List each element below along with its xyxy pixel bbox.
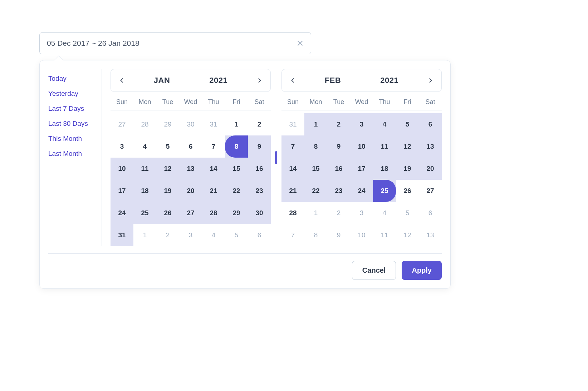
day-cell[interactable]: 6 xyxy=(419,113,442,135)
day-cell[interactable]: 8 xyxy=(304,224,327,246)
day-cell[interactable]: 25 xyxy=(133,202,156,224)
day-cell[interactable]: 21 xyxy=(202,180,225,202)
day-cell[interactable]: 3 xyxy=(111,135,133,158)
day-cell[interactable]: 5 xyxy=(225,224,248,246)
day-cell[interactable]: 9 xyxy=(327,224,350,246)
day-cell[interactable]: 8 xyxy=(304,135,327,158)
day-cell[interactable]: 4 xyxy=(373,113,396,135)
day-cell[interactable]: 26 xyxy=(156,202,179,224)
day-cell[interactable]: 10 xyxy=(350,135,373,158)
day-cell[interactable]: 1 xyxy=(304,202,327,224)
day-cell[interactable]: 2 xyxy=(156,224,179,246)
day-cell[interactable]: 31 xyxy=(111,224,133,246)
calendar-right-year[interactable]: 2021 xyxy=(380,76,398,85)
day-cell[interactable]: 7 xyxy=(281,224,304,246)
day-cell[interactable]: 2 xyxy=(327,202,350,224)
day-cell[interactable]: 26 xyxy=(396,180,419,202)
date-range-input[interactable]: 05 Dec 2017 ~ 26 Jan 2018 xyxy=(39,32,311,54)
day-cell[interactable]: 12 xyxy=(156,158,179,180)
day-cell[interactable]: 6 xyxy=(179,135,202,158)
day-cell[interactable]: 16 xyxy=(248,158,271,180)
day-cell[interactable]: 5 xyxy=(396,202,419,224)
calendar-divider-handle[interactable] xyxy=(275,151,277,164)
day-cell[interactable]: 22 xyxy=(225,180,248,202)
next-month-icon[interactable] xyxy=(255,76,264,85)
day-cell[interactable]: 30 xyxy=(179,113,202,135)
day-cell[interactable]: 27 xyxy=(179,202,202,224)
calendar-right-month[interactable]: FEB xyxy=(325,76,341,85)
prev-month-icon[interactable] xyxy=(117,76,126,85)
day-cell[interactable]: 2 xyxy=(327,113,350,135)
preset-this-month[interactable]: This Month xyxy=(48,131,97,146)
day-cell[interactable]: 3 xyxy=(350,113,373,135)
day-cell[interactable]: 3 xyxy=(179,224,202,246)
preset-today[interactable]: Today xyxy=(48,71,97,86)
day-cell[interactable]: 31 xyxy=(281,113,304,135)
apply-button[interactable]: Apply xyxy=(402,261,442,280)
preset-last-7-days[interactable]: Last 7 Days xyxy=(48,101,97,116)
day-cell[interactable]: 20 xyxy=(419,158,442,180)
day-cell[interactable]: 10 xyxy=(111,158,133,180)
day-cell[interactable]: 4 xyxy=(133,135,156,158)
prev-month-icon[interactable] xyxy=(288,76,297,85)
day-cell[interactable]: 9 xyxy=(327,135,350,158)
day-cell[interactable]: 22 xyxy=(304,180,327,202)
day-cell[interactable]: 10 xyxy=(350,224,373,246)
day-cell[interactable]: 27 xyxy=(111,113,133,135)
calendar-left-year[interactable]: 2021 xyxy=(209,76,227,85)
day-cell[interactable]: 17 xyxy=(350,158,373,180)
day-cell[interactable]: 18 xyxy=(133,180,156,202)
cancel-button[interactable]: Cancel xyxy=(352,261,396,280)
day-cell[interactable]: 13 xyxy=(179,158,202,180)
day-cell[interactable]: 28 xyxy=(281,202,304,224)
day-cell[interactable]: 28 xyxy=(133,113,156,135)
day-cell[interactable]: 23 xyxy=(327,180,350,202)
day-cell[interactable]: 1 xyxy=(133,224,156,246)
day-cell[interactable]: 24 xyxy=(111,202,133,224)
day-cell[interactable]: 16 xyxy=(327,158,350,180)
day-cell[interactable]: 2 xyxy=(248,113,271,135)
day-cell[interactable]: 23 xyxy=(248,180,271,202)
day-cell[interactable]: 15 xyxy=(304,158,327,180)
day-cell[interactable]: 24 xyxy=(350,180,373,202)
day-cell[interactable]: 7 xyxy=(281,135,304,158)
next-month-icon[interactable] xyxy=(426,76,435,85)
day-cell[interactable]: 5 xyxy=(156,135,179,158)
day-cell[interactable]: 17 xyxy=(111,180,133,202)
day-cell[interactable]: 27 xyxy=(419,180,442,202)
day-cell[interactable]: 20 xyxy=(179,180,202,202)
day-cell[interactable]: 13 xyxy=(419,135,442,158)
preset-last-30-days[interactable]: Last 30 Days xyxy=(48,116,97,131)
day-cell[interactable]: 9 xyxy=(248,135,271,158)
day-cell[interactable]: 29 xyxy=(225,202,248,224)
day-cell[interactable]: 25 xyxy=(373,180,396,202)
day-cell[interactable]: 12 xyxy=(396,135,419,158)
day-cell[interactable]: 12 xyxy=(396,224,419,246)
day-cell[interactable]: 11 xyxy=(373,135,396,158)
day-cell[interactable]: 31 xyxy=(202,113,225,135)
day-cell[interactable]: 6 xyxy=(419,202,442,224)
day-cell[interactable]: 4 xyxy=(373,202,396,224)
day-cell[interactable]: 19 xyxy=(396,158,419,180)
day-cell[interactable]: 1 xyxy=(225,113,248,135)
day-cell[interactable]: 11 xyxy=(373,224,396,246)
day-cell[interactable]: 28 xyxy=(202,202,225,224)
day-cell[interactable]: 13 xyxy=(419,224,442,246)
day-cell[interactable]: 14 xyxy=(202,158,225,180)
day-cell[interactable]: 19 xyxy=(156,180,179,202)
day-cell[interactable]: 3 xyxy=(350,202,373,224)
day-cell[interactable]: 21 xyxy=(281,180,304,202)
day-cell[interactable]: 8 xyxy=(225,135,248,158)
day-cell[interactable]: 29 xyxy=(156,113,179,135)
calendar-left-month[interactable]: JAN xyxy=(154,76,170,85)
day-cell[interactable]: 11 xyxy=(133,158,156,180)
clear-icon[interactable] xyxy=(297,40,304,47)
preset-last-month[interactable]: Last Month xyxy=(48,146,97,161)
day-cell[interactable]: 7 xyxy=(202,135,225,158)
day-cell[interactable]: 1 xyxy=(304,113,327,135)
day-cell[interactable]: 5 xyxy=(396,113,419,135)
day-cell[interactable]: 4 xyxy=(202,224,225,246)
day-cell[interactable]: 6 xyxy=(248,224,271,246)
day-cell[interactable]: 15 xyxy=(225,158,248,180)
preset-yesterday[interactable]: Yesterday xyxy=(48,86,97,101)
